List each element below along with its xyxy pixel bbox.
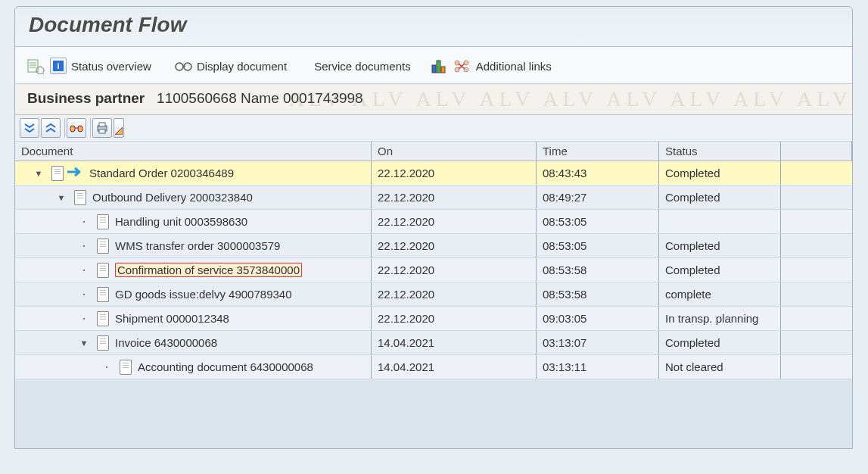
tail-cell [781, 258, 852, 282]
svg-point-4 [176, 63, 183, 70]
collapse-all-button[interactable] [20, 118, 39, 138]
display-document-button[interactable]: Display document [174, 58, 287, 74]
titlebar: Document Flow [15, 7, 852, 47]
svg-rect-17 [99, 129, 105, 133]
document-flow-grid: Document On Time Status ▼Standard Order … [15, 142, 852, 448]
document-icon [97, 335, 109, 351]
tree-toggle[interactable]: ▼ [80, 338, 88, 348]
on-cell: 22.12.2020 [372, 210, 537, 233]
doc-label: Shipment 0000012348 [115, 312, 229, 325]
find-button[interactable] [67, 118, 86, 138]
status-cell: In transp. planning [659, 307, 781, 330]
status-overview-label: Status overview [71, 60, 151, 73]
tail-cell [781, 161, 852, 185]
svg-point-12 [464, 67, 468, 72]
grid-header-row: Document On Time Status [15, 142, 852, 161]
status-cell: complete [659, 282, 781, 306]
document-icon [97, 287, 109, 302]
table-row[interactable]: ▪Confirmation of service 357384000022.12… [15, 258, 852, 282]
on-cell: 22.12.2020 [372, 282, 537, 306]
table-row[interactable]: ▪WMS transfer order 300000357922.12.2020… [15, 234, 852, 258]
toolbar-more-button[interactable] [114, 118, 124, 138]
doc-cell: ▪Shipment 0000012348 [15, 307, 372, 330]
status-cell: Completed [659, 331, 781, 354]
chart-button[interactable] [431, 58, 447, 74]
tree-leaf-marker: ▪ [80, 243, 88, 248]
tail-cell [781, 186, 852, 209]
display-document-label: Display document [197, 60, 287, 73]
document-icon [120, 360, 132, 375]
table-row[interactable]: ▪GD goods issue:delvy 490078934022.12.20… [15, 282, 852, 307]
on-cell: 14.04.2021 [372, 331, 537, 354]
document-icon [97, 239, 109, 254]
svg-point-10 [464, 61, 468, 65]
doc-label: GD goods issue:delvy 4900789340 [115, 288, 292, 301]
time-cell: 08:53:58 [537, 258, 659, 282]
links-icon [452, 58, 471, 74]
tree-toggle[interactable]: ▼ [35, 169, 42, 178]
time-cell: 08:49:27 [537, 186, 659, 209]
col-header-on[interactable]: On [372, 142, 537, 161]
business-partner-value: 1100560668 Name 0001743998 [157, 90, 363, 106]
on-cell: 22.12.2020 [372, 234, 537, 257]
on-cell: 22.12.2020 [372, 186, 537, 209]
col-header-status[interactable]: Status [659, 142, 781, 161]
status-cell: Completed [659, 258, 781, 282]
doc-label: Standard Order 0200346489 [89, 167, 234, 179]
info-icon: i [50, 58, 67, 74]
svg-point-9 [455, 61, 459, 65]
time-cell: 09:03:05 [537, 307, 659, 330]
svg-rect-8 [441, 67, 445, 73]
printer-icon [95, 121, 109, 135]
service-documents-label: Service documents [314, 60, 411, 73]
status-overview-button[interactable]: i Status overview [27, 58, 151, 74]
table-row[interactable]: ▼Outbound Delivery 200032384022.12.20200… [15, 186, 852, 210]
doc-label: Handling unit 0003598630 [115, 215, 247, 228]
time-cell: 03:13:07 [537, 331, 659, 354]
status-overview-icon [27, 58, 45, 74]
doc-label: Confirmation of service 3573840000 [115, 263, 302, 277]
svg-point-11 [455, 67, 459, 72]
main-toolbar: i Status overview Display document Servi… [15, 47, 852, 84]
tail-cell [781, 331, 852, 354]
bar-chart-icon [431, 58, 447, 74]
glasses-icon [174, 58, 192, 74]
status-cell [659, 210, 781, 233]
svg-text:i: i [57, 61, 59, 70]
expand-all-button[interactable] [41, 118, 61, 138]
binoculars-icon [70, 121, 83, 135]
doc-cell: ▪Accounting document 6430000068 [15, 355, 372, 379]
doc-cell: ▼Invoice 6430000068 [15, 331, 372, 354]
status-cell: Completed [659, 186, 781, 209]
svg-rect-6 [432, 65, 436, 73]
on-cell: 22.12.2020 [372, 258, 537, 282]
doc-label: Outbound Delivery 2000323840 [92, 191, 253, 204]
additional-links-button[interactable]: Additional links [452, 58, 552, 74]
svg-rect-14 [78, 126, 82, 132]
table-row[interactable]: ▪Handling unit 000359863022.12.202008:53… [15, 210, 852, 234]
on-cell: 14.04.2021 [372, 355, 537, 379]
tree-toggle[interactable]: ▼ [58, 193, 65, 202]
document-icon [97, 214, 109, 229]
additional-links-label: Additional links [476, 60, 552, 73]
arrow-right-icon [67, 167, 83, 179]
tree-leaf-marker: ▪ [80, 292, 88, 297]
col-header-time[interactable]: Time [537, 142, 659, 161]
print-button[interactable] [92, 118, 112, 138]
doc-label: Accounting document 6430000068 [138, 360, 313, 373]
service-documents-button[interactable]: Service documents [314, 60, 411, 73]
grid-body: ▼Standard Order 020034648922.12.202008:4… [15, 161, 852, 379]
doc-cell: ▼Outbound Delivery 2000323840 [15, 186, 372, 209]
time-cell: 08:53:58 [537, 282, 659, 306]
doc-cell: ▼Standard Order 0200346489 [15, 161, 372, 185]
tail-cell [781, 234, 852, 257]
table-row[interactable]: ▼Invoice 643000006814.04.202103:13:07Com… [15, 331, 852, 355]
document-icon [74, 190, 86, 205]
alv-toolbar [15, 115, 852, 142]
doc-label: WMS transfer order 3000003579 [115, 239, 280, 252]
doc-cell: ▪Handling unit 0003598630 [15, 210, 372, 233]
table-row[interactable]: ▼Standard Order 020034648922.12.202008:4… [15, 161, 852, 186]
table-row[interactable]: ▪Shipment 000001234822.12.202009:03:05In… [15, 307, 852, 331]
table-row[interactable]: ▪Accounting document 643000006814.04.202… [15, 355, 852, 379]
col-header-document[interactable]: Document [15, 142, 372, 161]
